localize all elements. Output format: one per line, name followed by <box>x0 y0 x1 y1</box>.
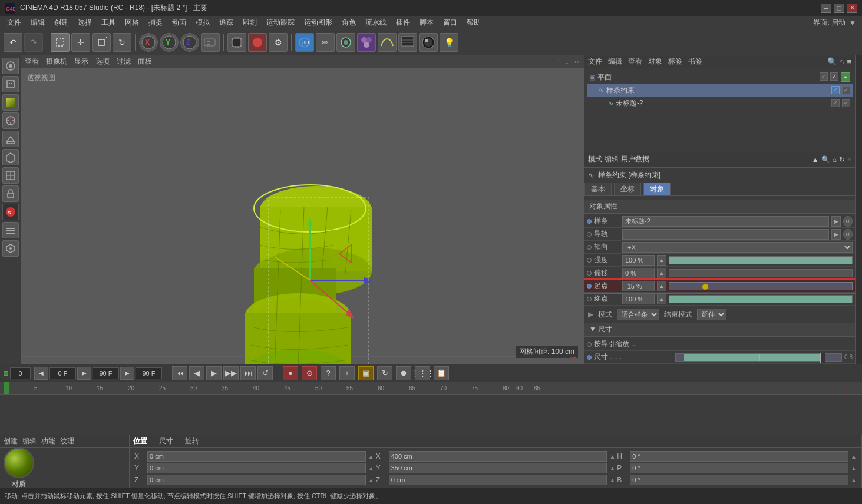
om-edit[interactable]: 编辑 <box>608 57 622 67</box>
scale-button[interactable] <box>92 33 111 52</box>
x-input[interactable] <box>147 451 366 462</box>
sz-input[interactable] <box>389 475 607 485</box>
radio-size[interactable] <box>587 355 592 360</box>
axis-select[interactable]: +X-X+Y-Y+Z-Z <box>622 242 853 253</box>
obj-row-spline-constraint[interactable]: ∿ 样条约束 ✓ ✓ <box>587 84 853 97</box>
strength-inc[interactable]: ▲ <box>657 255 666 266</box>
transport-key-add[interactable]: + <box>339 366 355 380</box>
frame-end-btn2[interactable]: ▶ <box>120 367 134 380</box>
vp-panel[interactable]: 面板 <box>138 57 152 67</box>
rail-clear-btn[interactable]: ↺ <box>843 229 853 240</box>
sculpt-tb-button[interactable] <box>336 33 355 52</box>
transport-loop[interactable]: ↺ <box>257 366 273 380</box>
rail-nav-btn[interactable]: ▶ <box>831 229 841 240</box>
mat-function[interactable]: 功能 <box>41 436 55 446</box>
menu-mesh[interactable]: 网格 <box>120 16 144 29</box>
tab-basic[interactable]: 基本 <box>584 183 612 195</box>
view-cube-button[interactable]: 3D <box>295 33 314 52</box>
offset-value[interactable] <box>622 268 655 278</box>
vp-filter[interactable]: 过滤 <box>117 57 131 67</box>
radio-rail[interactable] <box>587 232 592 237</box>
start-slider[interactable] <box>669 282 853 290</box>
close-button[interactable]: ✕ <box>847 4 857 13</box>
minimize-button[interactable]: ─ <box>821 4 831 13</box>
coord-position[interactable]: 位置 <box>133 436 147 446</box>
render-button[interactable] <box>419 33 438 52</box>
menu-script[interactable]: 脚本 <box>415 16 438 29</box>
menu-plugin[interactable]: 插件 <box>391 16 415 29</box>
b-input[interactable] <box>630 475 848 485</box>
rotate-button[interactable]: ↻ <box>113 33 131 52</box>
current-frame-input[interactable] <box>10 367 31 379</box>
transport-record[interactable]: ● <box>283 366 298 380</box>
props-home-icon[interactable]: ⌂ <box>833 155 837 164</box>
menu-select[interactable]: 选择 <box>73 16 97 29</box>
lt-cinema4d-button[interactable]: S <box>2 204 19 220</box>
y-arrow[interactable]: ▲ <box>368 465 374 472</box>
x-arrow[interactable]: ▲ <box>368 453 374 460</box>
transport-marker[interactable]: ⏺ <box>396 366 411 380</box>
end-mode-select[interactable]: 延伸 夹紧 <box>697 309 726 320</box>
render-settings-button[interactable] <box>398 33 417 52</box>
scrollbar-handle[interactable]: │ <box>856 58 862 61</box>
rail-input[interactable] <box>622 229 829 240</box>
p-arrow[interactable]: ▲ <box>851 465 857 472</box>
props-settings-icon[interactable]: ≡ <box>847 155 851 164</box>
lt-polygon-button[interactable] <box>2 167 19 184</box>
right-scrollbar[interactable]: │ <box>855 55 862 364</box>
menu-character[interactable]: 角色 <box>337 16 361 29</box>
frame-up-btn[interactable]: ▶ <box>77 367 91 380</box>
y-input[interactable] <box>147 463 366 473</box>
sy-arrow[interactable]: ▲ <box>609 465 615 472</box>
transport-mode[interactable]: 📋 <box>434 366 449 380</box>
h-arrow[interactable]: ▲ <box>851 453 857 460</box>
end-inc[interactable]: ▲ <box>657 294 666 304</box>
end-slider[interactable] <box>669 295 853 303</box>
vp-options[interactable]: 选项 <box>95 57 110 67</box>
frame-down-btn[interactable]: ◀ <box>34 367 48 380</box>
transport-grid[interactable]: ⋮⋮⋮ <box>415 366 430 380</box>
transport-step-fwd[interactable]: ▶▶ <box>223 366 239 380</box>
viewport[interactable]: Y Z 透视视图 网格间距: 100 cm → <box>21 68 584 364</box>
transport-step-back[interactable]: ◀ <box>189 366 204 380</box>
props-mode[interactable]: 模式 <box>588 154 602 164</box>
props-refresh-icon[interactable]: ↻ <box>839 155 845 164</box>
move-button[interactable]: ✛ <box>71 33 90 52</box>
menu-snap[interactable]: 捕捉 <box>144 16 167 29</box>
offset-inc[interactable]: ▲ <box>657 268 666 278</box>
mat-edit[interactable]: 编辑 <box>22 436 37 446</box>
sz-arrow[interactable]: ▲ <box>609 477 615 483</box>
start-slider-handle[interactable] <box>702 284 708 290</box>
start-inc[interactable]: ▲ <box>657 281 666 291</box>
un-vis-2[interactable]: ✓ <box>842 99 850 107</box>
h-input[interactable] <box>630 451 848 462</box>
lt-layers-button[interactable] <box>2 222 19 238</box>
plane-vis-2[interactable]: ✓ <box>830 72 838 81</box>
lt-snap-button[interactable] <box>2 240 19 257</box>
spline-nav-btn[interactable]: ▶ <box>831 216 841 227</box>
plane-vis-1[interactable]: ✓ <box>820 72 828 81</box>
vp-icon-up[interactable]: ↑ <box>557 58 560 66</box>
menu-simulate[interactable]: 模拟 <box>191 16 214 29</box>
om-file[interactable]: 文件 <box>588 57 602 67</box>
plane-tag[interactable]: ● <box>841 72 850 82</box>
transport-record-auto[interactable]: ⊙ <box>302 366 317 380</box>
props-search-icon[interactable]: 🔍 <box>821 155 830 164</box>
coord-rotation[interactable]: 旋转 <box>185 436 199 446</box>
sy-input[interactable] <box>389 463 607 473</box>
maximize-button[interactable]: □ <box>834 4 844 13</box>
menu-help[interactable]: 帮助 <box>462 16 486 29</box>
om-config-icon[interactable]: ≡ <box>847 57 851 66</box>
un-vis-1[interactable]: ✓ <box>831 99 840 107</box>
menu-mograph[interactable]: 运动图形 <box>299 16 337 29</box>
om-tag[interactable]: 标签 <box>668 57 682 67</box>
axis-y-button[interactable]: Y <box>160 33 179 52</box>
radio-end[interactable] <box>587 297 592 301</box>
radio-strength[interactable] <box>587 258 592 263</box>
sc-vis-1[interactable]: ✓ <box>831 86 840 94</box>
material-item[interactable]: 材质 <box>4 447 34 489</box>
props-userdata[interactable]: 用户数据 <box>621 154 649 164</box>
lt-object-button[interactable] <box>2 149 19 165</box>
lt-render-mode-button[interactable] <box>2 76 19 92</box>
transform-mode-button[interactable]: □ <box>201 33 220 52</box>
